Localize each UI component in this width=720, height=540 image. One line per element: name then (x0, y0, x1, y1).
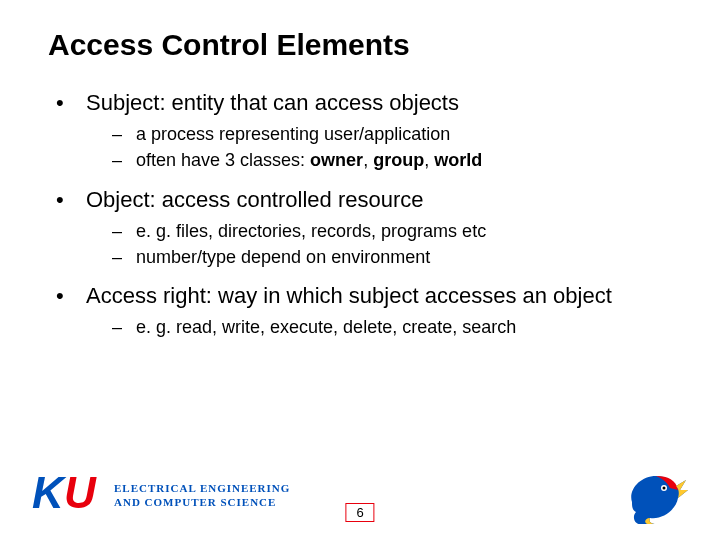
dash-icon: – (112, 122, 126, 146)
list-item-text: Access right: way in which subject acces… (86, 283, 612, 309)
list-item-text: Object: access controlled resource (86, 187, 424, 213)
svg-point-1 (663, 487, 666, 490)
ku-logo: K U ELECTRICAL ENGINEERING AND COMPUTER … (30, 471, 290, 521)
dash-icon: – (112, 245, 126, 269)
page-number: 6 (345, 503, 374, 522)
ku-mark-icon: K U (30, 471, 104, 521)
list-item: • Access right: way in which subject acc… (56, 283, 672, 339)
bullet-icon: • (56, 283, 72, 309)
list-item: • Subject: entity that can access object… (56, 90, 672, 173)
dash-icon: – (112, 219, 126, 243)
bullet-list: • Subject: entity that can access object… (48, 90, 672, 339)
list-item-text: Subject: entity that can access objects (86, 90, 459, 116)
list-subitem-text: a process representing user/application (136, 122, 450, 146)
slide-title: Access Control Elements (48, 28, 672, 62)
list-subitem: – number/type depend on environment (112, 245, 672, 269)
ku-k: K (32, 471, 64, 515)
jayhawk-icon (626, 466, 690, 526)
dash-icon: – (112, 315, 126, 339)
ku-department: ELECTRICAL ENGINEERING AND COMPUTER SCIE… (114, 482, 290, 510)
list-subitem-text: e. g. read, write, execute, delete, crea… (136, 315, 516, 339)
list-subitem: – e. g. files, directories, records, pro… (112, 219, 672, 243)
bullet-icon: • (56, 90, 72, 116)
list-item: • Object: access controlled resource – e… (56, 187, 672, 270)
ku-u: U (64, 471, 96, 515)
list-subitem: – a process representing user/applicatio… (112, 122, 672, 146)
slide: Access Control Elements • Subject: entit… (0, 0, 720, 540)
list-subitem-text: number/type depend on environment (136, 245, 430, 269)
list-subitem: – e. g. read, write, execute, delete, cr… (112, 315, 672, 339)
bullet-icon: • (56, 187, 72, 213)
list-subitem-text: e. g. files, directories, records, progr… (136, 219, 486, 243)
list-subitem-text: often have 3 classes: owner, group, worl… (136, 148, 482, 172)
dash-icon: – (112, 148, 126, 172)
list-subitem: – often have 3 classes: owner, group, wo… (112, 148, 672, 172)
